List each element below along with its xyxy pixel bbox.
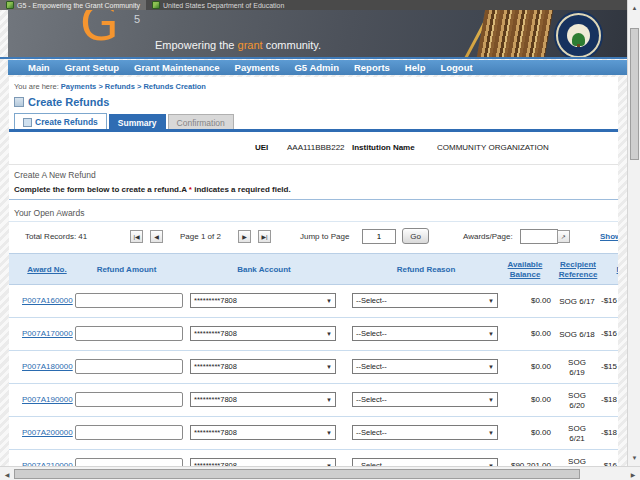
nav-item-grant-setup[interactable]: Grant Setup bbox=[65, 62, 119, 73]
award-link[interactable]: P007A190000 bbox=[22, 395, 73, 404]
tagline-highlight: grant bbox=[238, 39, 263, 51]
instructions-text: Complete the form below to create a refu… bbox=[14, 185, 189, 194]
chevron-down-icon: ▼ bbox=[326, 298, 332, 304]
uei-value: AAA111BBB222 bbox=[287, 143, 345, 152]
refund-reason-select[interactable]: --Select--▼ bbox=[352, 293, 498, 308]
awards-per-page-label: Awards/Page: bbox=[463, 232, 513, 241]
tab-create-refunds[interactable]: Create Refunds bbox=[14, 113, 107, 130]
tab-label: Confirmation bbox=[177, 118, 225, 128]
table-row: P007A190000 *********7808▼ --Select--▼ $… bbox=[9, 384, 618, 417]
arrow-up-right-icon: ↗ bbox=[561, 233, 566, 240]
bank-account-select[interactable]: *********7808▼ bbox=[190, 458, 336, 466]
jump-to-page-input[interactable] bbox=[362, 229, 396, 244]
refund-amount-input[interactable] bbox=[75, 458, 183, 466]
jump-to-page-label: Jump to Page bbox=[300, 232, 349, 241]
vertical-scroll-thumb[interactable] bbox=[630, 28, 639, 160]
bank-account-value: *********7808 bbox=[194, 428, 237, 437]
refund-reason-select[interactable]: --Select--▼ bbox=[352, 326, 498, 341]
refund-reason-select[interactable]: --Select--▼ bbox=[352, 359, 498, 374]
header-recipient-reference[interactable]: Recipient Reference bbox=[555, 254, 601, 286]
last-page-icon: ▶| bbox=[261, 233, 267, 240]
vertical-scrollbar[interactable]: ▲ ▼ bbox=[627, 0, 640, 466]
page-title-text: Create Refunds bbox=[28, 96, 109, 108]
breadcrumb-path[interactable]: Payments > Refunds > Refunds Creation bbox=[61, 82, 206, 91]
scroll-right-button[interactable]: ▶ bbox=[627, 468, 639, 480]
refund-reason-select[interactable]: --Select--▼ bbox=[352, 425, 498, 440]
pagination-bar: Total Records: 41 |◀ ◀ Page 1 of 2 ▶ ▶| … bbox=[9, 222, 618, 252]
window-tab-doe[interactable]: United States Department of Education bbox=[146, 0, 290, 10]
g5-banner: G 5 Empowering the grant community. bbox=[8, 10, 627, 57]
nav-item-logout[interactable]: Logout bbox=[440, 62, 472, 73]
header-refund-amount: Refund Amount bbox=[75, 254, 178, 286]
prev-page-button[interactable]: ◀ bbox=[150, 230, 163, 243]
go-button[interactable]: Go bbox=[402, 228, 429, 244]
seal-inner-ring bbox=[567, 24, 590, 47]
scroll-down-button[interactable]: ▼ bbox=[629, 452, 640, 464]
nav-item-help[interactable]: Help bbox=[405, 62, 426, 73]
section-title-open-awards: Your Open Awards bbox=[14, 208, 84, 218]
header-bank-account: Bank Account bbox=[190, 254, 338, 286]
first-page-icon: |◀ bbox=[133, 233, 139, 240]
header-award-no[interactable]: Award No. bbox=[17, 254, 77, 286]
refund-amount-input[interactable] bbox=[75, 326, 183, 341]
refund-reason-value: --Select-- bbox=[356, 296, 387, 305]
award-link[interactable]: P007A180000 bbox=[22, 362, 73, 371]
tab-underline bbox=[9, 129, 618, 132]
bank-account-select[interactable]: *********7808▼ bbox=[190, 293, 336, 308]
tab-confirmation: Confirmation bbox=[168, 114, 234, 130]
refund-reason-select[interactable]: --Select--▼ bbox=[352, 392, 498, 407]
refund-amount-input[interactable] bbox=[75, 425, 183, 440]
available-balance: $0.00 bbox=[489, 395, 551, 404]
institution-name-value: COMMUNITY ORGANIZATION bbox=[437, 143, 549, 152]
window-tab-g5[interactable]: G5 - Empowering the Grant Community bbox=[0, 0, 146, 10]
award-link[interactable]: P007A200000 bbox=[22, 428, 73, 437]
bank-account-value: *********7808 bbox=[194, 296, 237, 305]
nav-item-main[interactable]: Main bbox=[28, 62, 50, 73]
banner-divider bbox=[0, 57, 627, 59]
g5-application-window: G5 - Empowering the Grant Community Unit… bbox=[0, 0, 640, 480]
scroll-left-button[interactable]: ◀ bbox=[1, 468, 13, 480]
nav-item-grant-maintenance[interactable]: Grant Maintenance bbox=[134, 62, 220, 73]
show-all-awards-link[interactable]: Show All A bbox=[600, 232, 618, 241]
scroll-up-button[interactable]: ▲ bbox=[629, 2, 640, 14]
arrow-right-icon: ▶ bbox=[631, 471, 636, 478]
bank-account-select[interactable]: *********7808▼ bbox=[190, 359, 336, 374]
horizontal-scrollbar[interactable]: ◀ ▶ bbox=[0, 466, 640, 480]
header-net[interactable]: Net bbox=[603, 254, 618, 286]
breadcrumb: You are here: Payments > Refunds > Refun… bbox=[14, 82, 206, 91]
institution-name-label: Institution Name bbox=[352, 143, 415, 152]
section-grid-icon bbox=[14, 97, 24, 107]
horizontal-scroll-thumb[interactable] bbox=[14, 469, 580, 479]
page-indicator: Page 1 of 2 bbox=[180, 232, 221, 241]
refund-reason-select[interactable]: --Select--▼ bbox=[352, 458, 498, 466]
net-value: -$18 bbox=[601, 428, 618, 437]
nav-item-g5-admin[interactable]: G5 Admin bbox=[294, 62, 339, 73]
next-page-button[interactable]: ▶ bbox=[238, 230, 251, 243]
bank-account-select[interactable]: *********7808▼ bbox=[190, 326, 336, 341]
bank-account-select[interactable]: *********7808▼ bbox=[190, 392, 336, 407]
table-row: P007A170000 *********7808▼ --Select--▼ $… bbox=[9, 318, 618, 351]
tab-label: Summary bbox=[118, 118, 157, 128]
nav-item-payments[interactable]: Payments bbox=[235, 62, 280, 73]
awards-per-page-input[interactable] bbox=[520, 229, 558, 244]
refund-amount-input[interactable] bbox=[75, 293, 183, 308]
refund-amount-input[interactable] bbox=[75, 359, 183, 374]
bank-account-select[interactable]: *********7808▼ bbox=[190, 425, 336, 440]
award-link[interactable]: P007A170000 bbox=[22, 329, 73, 338]
net-value: -$18 bbox=[601, 395, 618, 404]
tab-summary[interactable]: Summary bbox=[109, 114, 166, 130]
apply-per-page-button[interactable]: ↗ bbox=[557, 230, 570, 243]
bookshelf-image bbox=[477, 10, 553, 57]
header-available-balance[interactable]: Available Balance bbox=[501, 254, 549, 286]
header-refund-reason: Refund Reason bbox=[352, 254, 500, 286]
tab-label: Create Refunds bbox=[35, 117, 98, 127]
nav-item-reports[interactable]: Reports bbox=[354, 62, 390, 73]
last-page-button[interactable]: ▶| bbox=[258, 230, 271, 243]
available-balance: $0.00 bbox=[489, 362, 551, 371]
refund-amount-input[interactable] bbox=[75, 392, 183, 407]
window-tab-label: United States Department of Education bbox=[163, 2, 284, 9]
recipient-reference: SOG 6/20 bbox=[555, 384, 599, 417]
first-page-button[interactable]: |◀ bbox=[130, 230, 143, 243]
bank-account-value: *********7808 bbox=[194, 362, 237, 371]
award-link[interactable]: P007A160000 bbox=[22, 296, 73, 305]
